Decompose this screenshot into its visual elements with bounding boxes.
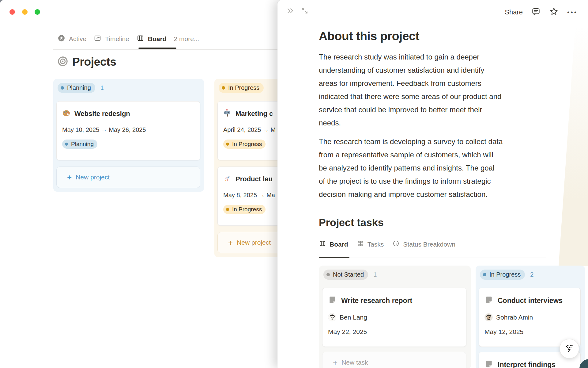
panel-toolbar-left (287, 7, 309, 16)
target-icon (58, 56, 68, 68)
window-controls (9, 9, 40, 15)
card-title: Product lau (236, 175, 273, 183)
column-header: Planning 1 (58, 83, 104, 93)
share-button[interactable]: Share (505, 8, 523, 16)
page-icon (328, 295, 337, 306)
about-heading: About this project (319, 29, 419, 43)
close-button[interactable] (9, 9, 15, 15)
tab-board[interactable]: Board (137, 34, 167, 44)
status-dot (222, 86, 225, 90)
status-label: In Progress (232, 141, 262, 148)
column-header: In Progress 2 (480, 270, 533, 280)
status-label: Planning (67, 84, 91, 91)
assignee-name: Ben Lang (340, 314, 367, 321)
mailbox-icon (223, 109, 232, 118)
card-title: Write research report (341, 297, 412, 305)
new-project-button[interactable]: + New project (56, 167, 200, 188)
page-icon (484, 359, 494, 368)
tab-label: Status Breakdown (403, 241, 455, 248)
plus-icon: + (333, 358, 337, 366)
status-label: In Progress (228, 84, 259, 91)
tab-active[interactable]: Active (58, 34, 86, 44)
card-date: May 22, 2025 (328, 328, 461, 335)
new-task-button[interactable]: + New task (322, 352, 466, 368)
new-project-label: New project (237, 239, 271, 246)
comments-icon[interactable] (531, 7, 541, 17)
status-dot (226, 208, 229, 211)
column-count: 2 (530, 271, 533, 278)
tab-task-board[interactable]: Board (319, 240, 348, 249)
side-peek-panel: Share ••• About this project The researc… (277, 0, 588, 368)
task-tabs-divider (318, 258, 546, 258)
about-paragraph-2: The research team is developing a survey… (319, 135, 558, 201)
zoom-button[interactable] (35, 9, 40, 15)
status-pill-in-progress[interactable]: In Progress (480, 270, 525, 280)
status-label: Planning (71, 141, 94, 148)
status-pill-planning[interactable]: Planning (58, 83, 95, 93)
tab-task-list[interactable]: Tasks (357, 240, 384, 249)
tab-status-breakdown[interactable]: Status Breakdown (392, 240, 455, 249)
minimize-button[interactable] (22, 9, 28, 15)
notion-ai-button[interactable] (560, 339, 579, 358)
card-title: Conduct interviews (498, 297, 563, 305)
page-title-row: Projects (58, 56, 116, 68)
tab-timeline[interactable]: Timeline (94, 34, 129, 44)
project-card-website-redesign[interactable]: Website redesign May 10, 2025 → May 26, … (56, 101, 200, 160)
about-paragraph-1: The research study was initiated to gain… (319, 50, 558, 129)
assignee-row: Sohrab Amin (484, 313, 575, 321)
task-card-write-research-report[interactable]: Write research report Ben Lang May 22, 2… (322, 288, 466, 347)
status-dot (226, 143, 229, 146)
new-project-label: New project (76, 174, 110, 181)
table-icon (357, 240, 364, 249)
status-dot (61, 86, 64, 90)
expand-page-icon[interactable] (301, 7, 309, 16)
plus-icon: + (228, 239, 233, 247)
column-header: Not Started 1 (323, 270, 377, 280)
tab-label: Tasks (368, 241, 384, 248)
panel-toolbar-right: Share ••• (505, 7, 578, 17)
collapse-panel-icon[interactable] (287, 7, 295, 16)
status-dot (326, 273, 330, 276)
task-active-tab-underline (319, 257, 349, 258)
favorite-star-icon[interactable] (549, 7, 559, 17)
timeline-icon (94, 34, 101, 44)
page-title[interactable]: Projects (72, 56, 116, 68)
column-header: In Progress (219, 83, 264, 93)
card-title: Marketing c (236, 110, 273, 118)
status-pill-not-started[interactable]: Not Started (323, 270, 368, 280)
plus-icon: + (67, 173, 72, 181)
project-tasks-heading: Project tasks (319, 217, 384, 228)
status-label: In Progress (489, 271, 521, 278)
card-title: Interpret findings (498, 361, 556, 368)
pie-chart-icon (392, 240, 400, 249)
column-count: 1 (100, 84, 104, 91)
rocket-icon (223, 174, 232, 184)
task-view-tabs: Board Tasks Status Breakdown (319, 240, 455, 249)
ai-face-icon (564, 343, 575, 355)
tab-label: Active (69, 35, 86, 43)
more-options-icon[interactable]: ••• (567, 9, 578, 16)
view-tabs: Active Timeline Board 2 more... (58, 32, 199, 46)
board-icon (137, 34, 144, 44)
avatar-ben-lang (328, 313, 336, 321)
card-status-pill: Planning (62, 140, 97, 149)
status-dot (483, 273, 486, 276)
status-label: Not Started (333, 271, 364, 278)
column-count: 1 (373, 271, 377, 278)
ai-gradient-beam (559, 27, 588, 266)
board-icon (319, 240, 326, 249)
tab-label: Board (148, 35, 167, 43)
card-title: Website redesign (74, 110, 130, 118)
status-pill-in-progress[interactable]: In Progress (219, 83, 264, 93)
card-date: May 12, 2025 (484, 328, 575, 335)
page-icon (484, 295, 494, 306)
star-circle-icon (58, 34, 65, 44)
board-column-planning: Planning 1 Website redesign May 10, 2025… (53, 79, 204, 192)
new-task-label: New task (341, 359, 368, 366)
tab-more[interactable]: 2 more... (174, 35, 199, 43)
task-card-conduct-interviews[interactable]: Conduct interviews Sohrab Amin May 12, 2… (479, 288, 581, 347)
task-column-not-started: Not Started 1 Write research report Ben … (319, 266, 471, 368)
card-status-pill: In Progress (223, 140, 266, 149)
tab-label: Board (330, 241, 348, 248)
palette-icon (62, 109, 70, 118)
